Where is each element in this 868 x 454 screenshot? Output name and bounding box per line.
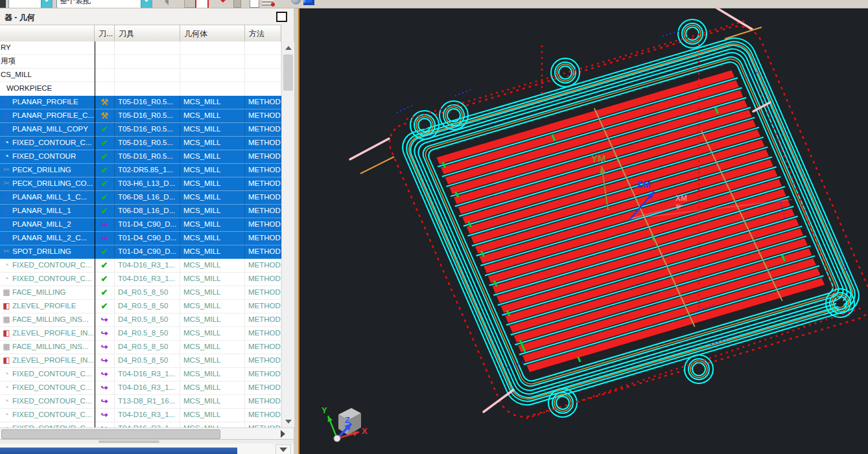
table-row[interactable]: FACE_MILLING_INS...D4_R0.5_8_50MCS_MILLM… — [0, 341, 281, 354]
table-row[interactable]: FIXED_CONTOURT05-D16_R0.5...MCS_MILLMETH… — [0, 150, 281, 164]
table-row[interactable]: PLANAR_MILL_1T06-D8_L16_D...MCS_MILLMETH… — [0, 205, 281, 218]
vertical-scrollbar[interactable] — [281, 41, 294, 427]
geometry-cell: MCS_MILL — [180, 259, 245, 272]
geometry-cell: MCS_MILL — [180, 422, 245, 427]
selection-filter-combo[interactable] — [8, 0, 53, 8]
panel-gap — [294, 8, 298, 454]
table-row[interactable]: PLANAR_PROFILE_C...T05-D16_R0.5...MCS_MI… — [0, 109, 281, 123]
operation-name: 用项 — [1, 57, 16, 65]
table-row[interactable]: FIXED_CONTOUR_C...T04-D16_R3_1...MCS_MIL… — [0, 409, 281, 422]
toolbar-icon-d[interactable] — [233, 0, 241, 8]
column-header-geometry[interactable]: 几何体 — [180, 25, 245, 42]
column-header-method[interactable]: 方法 — [245, 25, 281, 42]
toolbar-icon-b[interactable] — [195, 0, 209, 8]
geometry-cell: MCS_MILL — [180, 395, 245, 408]
table-row[interactable]: FIXED_CONTOUR_C...T05-D16_R0.5...MCS_MIL… — [0, 137, 281, 150]
edge-bump-feature — [440, 101, 468, 130]
column-header-toolpath[interactable]: 刀... — [95, 25, 115, 42]
table-row[interactable]: PLANAR_MILL_COPYT05-D16_R0.5...MCS_MILLM… — [0, 123, 281, 137]
splitter-grip[interactable] — [99, 440, 159, 443]
operation-name: PECK_DRILLING_CO... — [12, 179, 93, 187]
check-status-icon — [95, 286, 114, 299]
zlevel-operation-icon — [1, 300, 12, 312]
horizontal-scroll-thumb[interactable] — [1, 429, 220, 439]
table-row[interactable]: PECK_DRILLING_CO...T03-H6_L13_D...MCS_MI… — [0, 177, 281, 191]
operation-name: RY — [1, 43, 11, 51]
contour-operation-icon — [1, 273, 12, 285]
vertical-scroll-thumb[interactable] — [283, 54, 293, 91]
table-row[interactable]: FACE_MILLINGD4_R0.5_8_50MCS_MILLMETHOD — [0, 286, 281, 300]
table-row[interactable]: CS_MILL — [0, 69, 281, 82]
scroll-right-button[interactable] — [275, 429, 292, 438]
geometry-cell: MCS_MILL — [180, 109, 245, 122]
table-row[interactable]: FACE_MILLING_INS...D4_R0.5_8_50MCS_MILLM… — [0, 313, 281, 327]
table-row[interactable]: RY — [0, 41, 281, 55]
table-row[interactable]: WORKPIECE — [0, 82, 281, 96]
table-row[interactable]: FIXED_CONTOUR_C...T04-D16_R3_1...MCS_MIL… — [0, 259, 281, 273]
combo-dropdown-arrow-icon[interactable] — [141, 0, 152, 8]
maximize-window-icon[interactable] — [276, 12, 287, 22]
document-icon[interactable] — [250, 0, 259, 8]
combo-dropdown-arrow-icon[interactable] — [41, 0, 52, 8]
redo-status-icon — [95, 232, 114, 244]
table-row[interactable]: 用项 — [0, 55, 281, 69]
geometry-cell — [180, 82, 245, 95]
method-cell: METHOD — [245, 245, 281, 258]
method-cell: METHOD — [245, 218, 281, 231]
table-row[interactable]: FIXED_CONTOUR_C...T04-D16_R3_1...MCS_MIL… — [0, 368, 281, 381]
face-operation-icon — [1, 313, 12, 326]
globe-icon[interactable] — [291, 0, 301, 5]
table-row[interactable]: FIXED_CONTOUR_C...T04-D16_R3_1...MCS_MIL… — [0, 273, 281, 286]
operation-name: PLANAR_MILL_1 — [12, 207, 71, 214]
geometry-cell: MCS_MILL — [180, 381, 245, 394]
table-row[interactable]: ZLEVEL_PROFILE_IN...D4_R0.5_8_50MCS_MILL… — [0, 327, 281, 341]
toolbar-down-arrow-icon[interactable] — [218, 0, 228, 6]
back-arrow-icon[interactable] — [160, 0, 170, 6]
viewport-canvas[interactable]: ZM XM YM X Y Z — [299, 8, 868, 454]
horizontal-scrollbar[interactable] — [0, 427, 294, 440]
column-header-tool[interactable]: 刀具 — [115, 25, 180, 42]
table-row[interactable]: SPOT_DRILLINGT01-D4_C90_D...MCS_MILLMETH… — [0, 245, 281, 259]
operation-name: PLANAR_PROFILE_C... — [12, 111, 94, 119]
method-cell: METHOD — [245, 286, 281, 299]
viewport-active-border — [298, 8, 299, 454]
table-row[interactable]: FIXED_CONTOUR_C...T04-D16_R3_1...MCS_MIL… — [0, 381, 281, 395]
tool-cell: T05-D16_R0.5... — [115, 96, 180, 109]
assembly-scope-combo[interactable]: 整个装配 — [56, 0, 152, 8]
table-row[interactable]: PLANAR_MILL_1_C...T06-D8_L16_D...MCS_MIL… — [0, 191, 281, 205]
table-row[interactable]: FIXED_CONTOUR_C...T04-D16_R3_1...MCS_MIL… — [0, 422, 281, 427]
tool-cell: T01-D4_C90_D... — [115, 232, 180, 245]
geometry-cell: MCS_MILL — [180, 245, 245, 258]
table-row[interactable]: PECK_DRILLINGT02-DR5.85_1...MCS_MILLMETH… — [0, 164, 281, 177]
list-icon[interactable] — [262, 0, 274, 6]
operation-name: FIXED_CONTOUR_C... — [12, 275, 91, 282]
cube-icon[interactable] — [303, 0, 314, 5]
collapse-chevron-icon[interactable] — [276, 444, 291, 454]
column-divider — [95, 41, 95, 427]
planar-operation-icon — [1, 123, 12, 135]
method-cell: METHOD — [245, 422, 281, 427]
tool-cell: D4_R0.5_8_50 — [115, 341, 180, 354]
geometry-cell: MCS_MILL — [180, 164, 245, 177]
scroll-down-button[interactable] — [282, 416, 294, 426]
wrench-status-icon — [95, 109, 114, 122]
column-header-name[interactable] — [0, 25, 95, 42]
table-row[interactable]: PLANAR_MILL_2T01-D4_C90_D...MCS_MILLMETH… — [0, 218, 281, 232]
tool-cell: T04-D16_R3_1... — [115, 259, 180, 272]
method-cell: METHOD — [245, 273, 281, 286]
table-row[interactable]: ZLEVEL_PROFILE_IN...D4_R0.5_8_50MCS_MILL… — [0, 354, 281, 368]
table-row[interactable]: FIXED_CONTOUR_C...T13-D8_R1_16...MCS_MIL… — [0, 395, 281, 409]
method-cell: METHOD — [245, 354, 281, 367]
tool-cell: D4_R0.5_8_50 — [115, 354, 180, 367]
scroll-up-button[interactable] — [282, 43, 294, 53]
geometry-cell: MCS_MILL — [180, 137, 245, 150]
operation-name: PLANAR_MILL_COPY — [12, 125, 88, 133]
check-status-icon — [95, 191, 114, 203]
graphics-viewport[interactable]: ZM XM YM X Y Z — [299, 8, 868, 454]
toolbar-icon-a[interactable] — [184, 0, 196, 8]
navigator-titlebar[interactable]: 器 - 几何 — [0, 8, 294, 25]
table-row[interactable]: PLANAR_MILL_2_C...T01-D4_C90_D...MCS_MIL… — [0, 232, 281, 245]
table-row[interactable]: ZLEVEL_PROFILED4_R0.5_8_50MCS_MILLMETHOD — [0, 300, 281, 313]
method-cell — [245, 69, 281, 82]
table-row[interactable]: PLANAR_PROFILET05-D16_R0.5...MCS_MILLMET… — [0, 96, 281, 109]
